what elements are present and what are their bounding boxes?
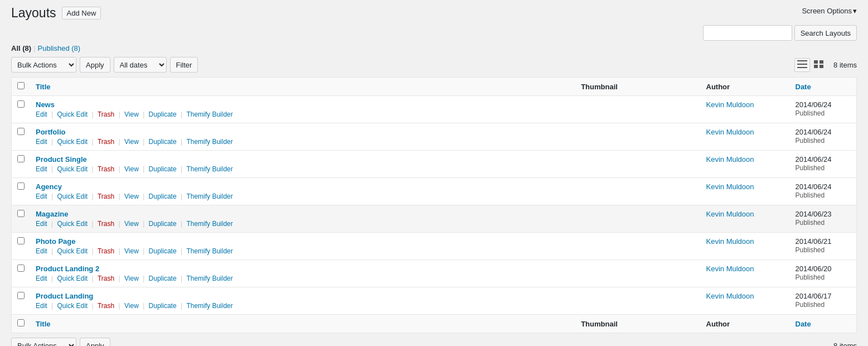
row-title-link[interactable]: Photo Page — [36, 237, 76, 246]
row-action-link-view[interactable]: View — [124, 302, 139, 310]
row-title-link[interactable]: Product Landing — [36, 292, 93, 300]
col-footer-date-sort-link[interactable]: Date — [796, 320, 811, 328]
row-action-link-view[interactable]: View — [124, 165, 139, 173]
row-action-link-view[interactable]: View — [124, 110, 139, 118]
row-action-link-edit[interactable]: Edit — [36, 165, 47, 173]
row-action-link-trash[interactable]: Trash — [98, 275, 114, 282]
row-checkbox-6[interactable] — [17, 265, 25, 272]
list-view-button[interactable] — [794, 58, 810, 72]
row-checkbox-1[interactable] — [17, 128, 25, 135]
row-action-link-view[interactable]: View — [124, 193, 139, 200]
row-action-link-themify-builder[interactable]: Themify Builder — [186, 193, 232, 200]
row-checkbox-7[interactable] — [17, 292, 25, 299]
row-action-link-edit[interactable]: Edit — [36, 110, 47, 118]
row-action-link-themify-builder[interactable]: Themify Builder — [186, 165, 232, 173]
row-action-link-duplicate[interactable]: Duplicate — [149, 110, 177, 118]
row-action-link-quick-edit[interactable]: Quick Edit — [57, 220, 88, 228]
row-action-link-view[interactable]: View — [124, 275, 139, 282]
row-action-link-view[interactable]: View — [124, 138, 139, 146]
filter-button[interactable]: Filter — [170, 57, 198, 73]
select-all-checkbox-bottom[interactable] — [17, 319, 25, 326]
row-action-edit: Edit | — [36, 165, 57, 173]
row-author-link[interactable]: Kevin Muldoon — [706, 155, 754, 164]
filter-all-link[interactable]: All (8) — [11, 44, 31, 52]
row-action-link-quick-edit[interactable]: Quick Edit — [57, 193, 88, 200]
row-actions: Edit | Quick Edit | Trash | View | Dupli… — [36, 138, 570, 146]
row-action-link-trash[interactable]: Trash — [98, 110, 114, 118]
row-action-view: View | — [124, 165, 149, 173]
row-checkbox-4[interactable] — [17, 210, 25, 217]
row-action-link-themify-builder[interactable]: Themify Builder — [186, 220, 232, 228]
row-action-link-themify-builder[interactable]: Themify Builder — [186, 247, 232, 255]
row-title-link[interactable]: Product Single — [36, 155, 87, 164]
row-action-link-duplicate[interactable]: Duplicate — [149, 193, 177, 200]
row-action-link-quick-edit[interactable]: Quick Edit — [57, 165, 88, 173]
row-author-link[interactable]: Kevin Muldoon — [706, 210, 754, 218]
row-action-link-duplicate[interactable]: Duplicate — [149, 302, 177, 310]
row-title-link[interactable]: News — [36, 100, 55, 109]
row-action-link-view[interactable]: View — [124, 247, 139, 255]
row-title-link[interactable]: Agency — [36, 182, 62, 191]
row-author-link[interactable]: Kevin Muldoon — [706, 100, 754, 109]
row-action-link-trash[interactable]: Trash — [98, 165, 114, 173]
row-actions: Edit | Quick Edit | Trash | View | Dupli… — [36, 193, 570, 200]
row-action-link-edit[interactable]: Edit — [36, 193, 47, 200]
row-title-link[interactable]: Product Landing 2 — [36, 265, 99, 273]
row-action-link-edit[interactable]: Edit — [36, 138, 47, 146]
apply-button-top[interactable]: Apply — [80, 57, 110, 73]
row-action-sep: | — [50, 247, 55, 255]
row-action-link-quick-edit[interactable]: Quick Edit — [57, 275, 88, 282]
row-action-link-duplicate[interactable]: Duplicate — [149, 165, 177, 173]
row-action-link-trash[interactable]: Trash — [98, 138, 114, 146]
add-new-button[interactable]: Add New — [62, 7, 101, 20]
row-action-link-view[interactable]: View — [124, 220, 139, 228]
row-author-link[interactable]: Kevin Muldoon — [706, 237, 754, 246]
row-checkbox-5[interactable] — [17, 237, 25, 244]
row-action-link-edit[interactable]: Edit — [36, 275, 47, 282]
bulk-actions-select-top[interactable]: Bulk Actions Edit Move to Trash — [11, 57, 76, 73]
row-author-link[interactable]: Kevin Muldoon — [706, 128, 754, 136]
col-title-sort-link[interactable]: Title — [36, 83, 51, 91]
screen-options-area: Screen Options ▾ — [802, 7, 857, 15]
screen-options-button[interactable]: Screen Options ▾ — [802, 7, 857, 15]
row-action-sep: | — [50, 138, 55, 146]
row-action-link-quick-edit[interactable]: Quick Edit — [57, 110, 88, 118]
row-action-link-trash[interactable]: Trash — [98, 302, 114, 310]
row-action-link-themify-builder[interactable]: Themify Builder — [186, 275, 232, 282]
row-action-link-duplicate[interactable]: Duplicate — [149, 138, 177, 146]
row-action-link-themify-builder[interactable]: Themify Builder — [186, 110, 232, 118]
row-action-link-trash[interactable]: Trash — [98, 247, 114, 255]
row-author-link[interactable]: Kevin Muldoon — [706, 292, 754, 300]
row-action-link-duplicate[interactable]: Duplicate — [149, 275, 177, 282]
row-action-link-edit[interactable]: Edit — [36, 302, 47, 310]
row-action-link-quick-edit[interactable]: Quick Edit — [57, 247, 88, 255]
bulk-actions-select-bottom[interactable]: Bulk Actions Edit Move to Trash — [11, 338, 76, 346]
row-action-link-duplicate[interactable]: Duplicate — [149, 220, 177, 228]
row-title-link[interactable]: Portfolio — [36, 128, 65, 136]
row-action-link-edit[interactable]: Edit — [36, 220, 47, 228]
row-action-link-trash[interactable]: Trash — [98, 220, 114, 228]
select-all-checkbox[interactable] — [17, 82, 25, 89]
col-footer-title-sort-link[interactable]: Title — [36, 320, 51, 328]
row-author-link[interactable]: Kevin Muldoon — [706, 265, 754, 273]
dates-select[interactable]: All dates June 2014 — [114, 57, 167, 73]
row-action-link-edit[interactable]: Edit — [36, 247, 47, 255]
row-checkbox-3[interactable] — [17, 182, 25, 190]
row-action-link-quick-edit[interactable]: Quick Edit — [57, 138, 88, 146]
col-date-sort-link[interactable]: Date — [796, 83, 811, 91]
row-checkbox-2[interactable] — [17, 155, 25, 162]
row-author-link[interactable]: Kevin Muldoon — [706, 182, 754, 191]
row-action-link-quick-edit[interactable]: Quick Edit — [57, 302, 88, 310]
search-input[interactable] — [703, 25, 792, 41]
grid-view-button[interactable] — [811, 58, 827, 72]
row-checkbox-0[interactable] — [17, 100, 25, 108]
filter-published-link[interactable]: Published (8) — [38, 44, 81, 52]
row-action-sep: | — [90, 220, 95, 228]
search-layouts-button[interactable]: Search Layouts — [794, 25, 857, 41]
row-title-link[interactable]: Magazine — [36, 210, 69, 218]
row-action-link-duplicate[interactable]: Duplicate — [149, 247, 177, 255]
row-action-link-themify-builder[interactable]: Themify Builder — [186, 302, 232, 310]
row-action-link-trash[interactable]: Trash — [98, 193, 114, 200]
row-action-link-themify-builder[interactable]: Themify Builder — [186, 138, 232, 146]
apply-button-bottom[interactable]: Apply — [80, 338, 110, 346]
